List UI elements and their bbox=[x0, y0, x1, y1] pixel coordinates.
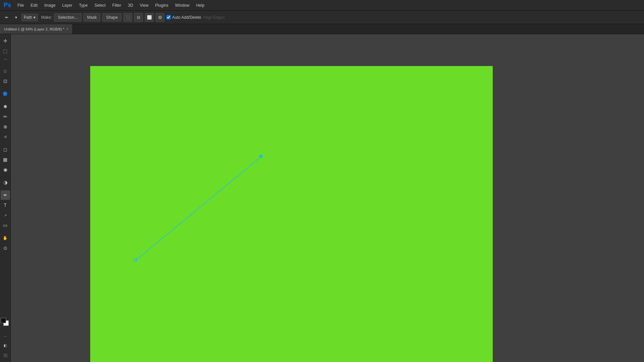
menu-3d[interactable]: 3D bbox=[125, 2, 136, 9]
eraser-tool[interactable]: ◻ bbox=[1, 145, 10, 154]
color-swatches[interactable] bbox=[1, 318, 10, 327]
main-layout: ✛ ⬚ ⌒ ⬡ ⊡ 🔵 ✱ ✏ ⊕ ↺ ◻ ▦ ◉ ◑ ✒ T ↗ ▭ ✋ ⊙ … bbox=[0, 34, 644, 362]
options-bar: ✒ ▾ Path ▾ Make: Selection... Mask Shape… bbox=[0, 11, 644, 24]
menu-bar: Ps File Edit Image Layer Type Select Fil… bbox=[0, 0, 644, 11]
path-line bbox=[136, 157, 261, 260]
make-label: Make: bbox=[41, 15, 52, 20]
combine-paths-icon[interactable]: ⬛ bbox=[123, 13, 132, 22]
quick-mask-toggle[interactable]: ◧ bbox=[1, 341, 10, 350]
menu-plugins[interactable]: Plugins bbox=[153, 2, 171, 9]
path-svg bbox=[90, 66, 493, 362]
path-select-tool[interactable]: ↗ bbox=[1, 210, 10, 220]
clone-tool[interactable]: ⊕ bbox=[1, 122, 10, 131]
toolbar: ✛ ⬚ ⌒ ⬡ ⊡ 🔵 ✱ ✏ ⊕ ↺ ◻ ▦ ◉ ◑ ✒ T ↗ ▭ ✋ ⊙ … bbox=[0, 34, 11, 362]
tab-close-button[interactable]: × bbox=[66, 27, 68, 31]
brush-tool[interactable]: ✏ bbox=[1, 112, 10, 121]
document-tab[interactable]: Untitled-1 @ 64% (Layer 2, RGB/8) * × bbox=[0, 24, 73, 34]
canvas[interactable] bbox=[90, 66, 493, 362]
menu-window[interactable]: Window bbox=[172, 2, 192, 9]
path-type-label: Path bbox=[24, 15, 32, 20]
app-logo: Ps bbox=[3, 1, 12, 10]
shape-tool[interactable]: ▭ bbox=[1, 221, 10, 230]
spot-heal-tool[interactable]: ✱ bbox=[1, 102, 10, 111]
path-anchor-1[interactable] bbox=[134, 259, 137, 261]
menu-image[interactable]: Image bbox=[42, 2, 58, 9]
move-tool[interactable]: ✛ bbox=[1, 36, 10, 46]
screen-mode[interactable]: ⬛ bbox=[1, 351, 10, 360]
tab-bar: Untitled-1 @ 64% (Layer 2, RGB/8) * × bbox=[0, 24, 644, 34]
hand-tool[interactable]: ✋ bbox=[1, 233, 10, 243]
selection-button[interactable]: Selection... bbox=[54, 13, 81, 21]
pen-submenu-arrow[interactable]: ▾ bbox=[13, 14, 19, 21]
tab-title: Untitled-1 @ 64% (Layer 2, RGB/8) * bbox=[4, 27, 64, 31]
intersect-paths-icon[interactable]: ⬜ bbox=[145, 13, 154, 22]
settings-icon[interactable]: ⚙ bbox=[156, 13, 164, 22]
auto-add-delete-label: Auto Add/Delete bbox=[172, 15, 201, 20]
auto-add-delete-toggle[interactable]: Auto Add/Delete bbox=[166, 15, 201, 20]
path-anchor-2[interactable] bbox=[260, 155, 262, 158]
subtract-paths-icon[interactable]: ⊟ bbox=[134, 13, 143, 22]
pen-tool-options-icon: ✒ bbox=[3, 13, 11, 21]
mask-button[interactable]: Mask bbox=[84, 13, 101, 21]
blur-tool[interactable]: ◉ bbox=[1, 165, 10, 174]
menu-layer[interactable]: Layer bbox=[59, 2, 75, 9]
history-brush-tool[interactable]: ↺ bbox=[1, 132, 10, 141]
dodge-tool[interactable]: ◑ bbox=[1, 178, 10, 187]
menu-help[interactable]: Help bbox=[194, 2, 207, 9]
auto-add-delete-checkbox[interactable] bbox=[166, 15, 171, 19]
menu-view[interactable]: View bbox=[137, 2, 151, 9]
lasso-tool[interactable]: ⌒ bbox=[1, 56, 10, 66]
menu-edit[interactable]: Edit bbox=[28, 2, 40, 9]
shape-button[interactable]: Shape bbox=[102, 13, 121, 21]
path-type-chevron: ▾ bbox=[34, 15, 36, 20]
menu-file[interactable]: File bbox=[15, 2, 26, 9]
foreground-color-swatch[interactable] bbox=[1, 318, 6, 323]
marquee-tool[interactable]: ⬚ bbox=[1, 46, 10, 56]
crop-tool[interactable]: ⊡ bbox=[1, 76, 10, 86]
zoom-tool[interactable]: ⊙ bbox=[1, 243, 10, 253]
align-edges-label: Align Edges bbox=[203, 15, 225, 20]
canvas-area[interactable] bbox=[11, 34, 644, 362]
more-tools[interactable]: … bbox=[1, 330, 10, 340]
menu-select[interactable]: Select bbox=[92, 2, 108, 9]
eyedropper-tool[interactable]: 🔵 bbox=[1, 89, 10, 99]
gradient-tool[interactable]: ▦ bbox=[1, 155, 10, 164]
path-type-dropdown[interactable]: Path ▾ bbox=[21, 14, 38, 21]
quick-select-tool[interactable]: ⬡ bbox=[1, 66, 10, 76]
pen-tool[interactable]: ✒ bbox=[1, 190, 10, 200]
gear-icon: ⚙ bbox=[158, 15, 162, 20]
menu-filter[interactable]: Filter bbox=[110, 2, 124, 9]
menu-type[interactable]: Type bbox=[76, 2, 90, 9]
text-tool[interactable]: T bbox=[1, 200, 10, 210]
